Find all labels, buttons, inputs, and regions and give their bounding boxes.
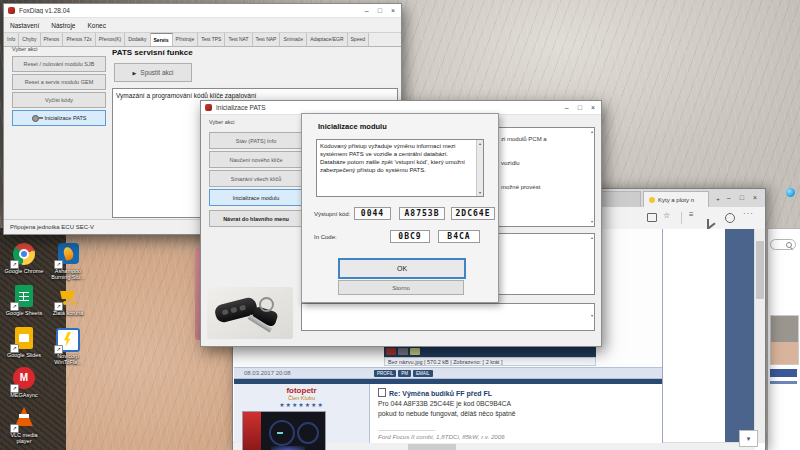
attachment-thumb xyxy=(398,348,408,355)
tab-servis-selected[interactable]: Servis xyxy=(151,33,173,46)
background-info-box[interactable]: zi modulů PCM a vozidlu možné provést ▴ … xyxy=(497,127,595,227)
tab-adaptace[interactable]: Adaptace/EGR xyxy=(307,33,347,46)
desktop-icon-wintoflash[interactable]: ↗ Novicorp WinToFla... xyxy=(48,326,88,365)
pm-badge[interactable]: PM xyxy=(398,370,411,377)
maximize-icon[interactable]: □ xyxy=(740,191,744,204)
learn-key-button[interactable]: Naučení nového klíče xyxy=(209,151,303,168)
post-body-cell: Re: Výměna budíků FF před FL Pro 044 A8F… xyxy=(370,384,662,443)
close-icon[interactable]: × xyxy=(591,101,595,114)
scroll-down-button[interactable]: ▾ xyxy=(739,430,758,447)
key-ring xyxy=(259,297,274,312)
post-title[interactable]: Re: Výměna budíků FF před FL xyxy=(378,388,654,397)
tab-pristroje[interactable]: Přístroje xyxy=(173,33,199,46)
outcode-field-3[interactable]: 2DC64E xyxy=(451,207,495,220)
shortcut-arrow-icon: ↗ xyxy=(54,302,63,311)
init-pats-button[interactable]: Inicializace PATS xyxy=(12,110,106,126)
minimize-icon[interactable]: – xyxy=(365,4,369,17)
tab-test-nat[interactable]: Test NAT xyxy=(225,33,252,46)
desktop-icon-vlc[interactable]: ↗ VLC media player xyxy=(4,405,44,444)
edge-window-controls: – □ × xyxy=(727,191,759,204)
description-box[interactable]: Kódovaný přístup vyžaduje výměnu informa… xyxy=(316,139,484,197)
reset-gem-button[interactable]: Reset a servis modulu GEM xyxy=(12,74,106,90)
outcode-field-1[interactable]: 0044 xyxy=(354,207,391,220)
attachment-caption[interactable]: Bez názvu.jpg | 570.2 kB | Zobrazeno: [ … xyxy=(384,357,596,366)
read-codes-button[interactable]: Vyčíst kódy xyxy=(12,92,106,108)
attachment-thumb xyxy=(386,348,396,355)
init-module-panel: Inicializace modulu Kódovaný přístup vyž… xyxy=(301,113,499,303)
attachment-thumbnails[interactable] xyxy=(384,347,596,357)
foxdiag-title-bar[interactable]: FoxDiag v1.28.04 – □ × xyxy=(4,4,401,18)
tab-info[interactable]: Info xyxy=(4,33,19,46)
run-action-button[interactable]: ▶ Spustit akci xyxy=(114,63,192,82)
blue-link-bar[interactable] xyxy=(770,381,797,384)
tab-prenos[interactable]: Přenos xyxy=(41,33,64,46)
scroll-up-icon[interactable]: ▴ xyxy=(591,236,593,240)
incode-field-1[interactable]: 0BC9 xyxy=(390,230,430,243)
author-name[interactable]: fotopetr xyxy=(234,386,369,395)
favorites-star-icon[interactable]: ☆ xyxy=(663,211,670,220)
background-log-box[interactable]: ▴ xyxy=(497,233,595,295)
dialog-title: Inicializace PATS xyxy=(216,104,561,111)
tab-test-nap[interactable]: Test NAP xyxy=(253,33,281,46)
scroll-down-icon[interactable]: ▾ xyxy=(477,190,483,195)
share-icon[interactable] xyxy=(725,213,735,223)
maximize-icon[interactable]: □ xyxy=(378,4,382,17)
cancel-button[interactable]: Storno xyxy=(338,280,464,295)
tab-prenos72x[interactable]: Přenos 72x xyxy=(63,33,95,46)
search-input[interactable] xyxy=(770,239,796,250)
tab-title: Kyty a ploty n xyxy=(658,197,694,203)
desktop-icon-label: Ashampoo Burning Stu... xyxy=(48,268,88,280)
back-to-menu-button[interactable]: Návrat do hlavního menu xyxy=(209,210,303,227)
desktop-icon-sheets[interactable]: ↗ Google Sheets xyxy=(4,284,44,316)
tab-chyby[interactable]: Chyby xyxy=(19,33,40,46)
page-photo-thumbnail[interactable] xyxy=(770,315,799,365)
scroll-down-icon[interactable]: ▾ xyxy=(591,220,593,224)
more-options-icon[interactable]: ··· xyxy=(743,209,754,218)
tab-prenosk[interactable]: Přenos(K) xyxy=(96,33,126,46)
post-text-line: pokud to nebude fungovat, děláš něco špa… xyxy=(378,410,654,417)
output-strip[interactable]: ▾ xyxy=(301,303,595,331)
desktop-icon-ashampoo[interactable]: ↗ Ashampoo Burning Stu... xyxy=(48,242,88,280)
avatar-detail xyxy=(271,446,305,450)
desktop-icon-megasync[interactable]: M↗ MEGAsync xyxy=(4,366,44,398)
maximize-icon[interactable]: □ xyxy=(578,101,582,114)
tab-snimace[interactable]: Snímače xyxy=(280,33,307,46)
hub-icon[interactable]: ≡ xyxy=(689,210,694,219)
email-badge[interactable]: EMAIL xyxy=(413,370,433,377)
description-scrollbar[interactable]: ▴ ▾ xyxy=(476,140,483,196)
desktop-icon-shop[interactable]: ↗ Zlatá koruna xyxy=(48,284,88,316)
scrollbar-thumb[interactable] xyxy=(408,444,456,450)
reading-view-icon[interactable] xyxy=(647,213,657,222)
minimize-icon[interactable]: – xyxy=(565,101,569,114)
menu-item-nastroje[interactable]: Nástroje xyxy=(51,22,75,29)
tab-speed[interactable]: Speed xyxy=(348,33,369,46)
pats-info-button[interactable]: Stav (PATS) Info xyxy=(209,132,303,149)
blue-action-bar[interactable] xyxy=(770,369,797,377)
outcode-field-2[interactable]: A8753B xyxy=(399,207,445,220)
menu-item-konec[interactable]: Konec xyxy=(88,22,106,29)
tab-dodatky[interactable]: Dodatky xyxy=(125,33,150,46)
desktop-icon-label: Novicorp WinToFla... xyxy=(48,353,88,365)
scroll-up-icon[interactable]: ▴ xyxy=(591,130,593,134)
minimize-icon[interactable]: – xyxy=(727,191,731,204)
post-text-line: Pro 044 A8F33B 25C44E je kod 0BC9B4CA xyxy=(378,400,654,407)
new-tab-button[interactable]: + xyxy=(711,191,725,207)
browser-tab-active[interactable]: Kyty a ploty n xyxy=(643,191,709,207)
erase-keys-button[interactable]: Smazání všech klíčů xyxy=(209,170,303,187)
close-icon[interactable]: × xyxy=(391,4,395,17)
vertical-scrollbar[interactable] xyxy=(754,229,765,443)
incode-field-2[interactable]: B4CA xyxy=(438,230,480,243)
desktop-icon-chrome[interactable]: ↗ Google Chrome xyxy=(4,242,44,274)
profile-badge[interactable]: PROFIL xyxy=(374,370,396,377)
desktop-shortcut-partial-icon[interactable] xyxy=(786,188,795,197)
tab-test-tps[interactable]: Test TPS xyxy=(198,33,225,46)
desktop-icon-slides[interactable]: ↗ Google Slides xyxy=(4,326,44,358)
scrollbar-thumb[interactable] xyxy=(756,241,764,299)
reset-sjb-button[interactable]: Reset / nulování modulu SJB xyxy=(12,56,106,72)
scroll-up-icon[interactable]: ▴ xyxy=(477,141,483,146)
menu-item-nastaveni[interactable]: Nastavení xyxy=(10,22,39,29)
scroll-down-icon[interactable]: ▾ xyxy=(591,314,593,318)
ok-button[interactable]: OK xyxy=(338,258,466,279)
close-icon[interactable]: × xyxy=(753,191,757,204)
init-module-button[interactable]: Inicializace modulu xyxy=(209,189,303,206)
